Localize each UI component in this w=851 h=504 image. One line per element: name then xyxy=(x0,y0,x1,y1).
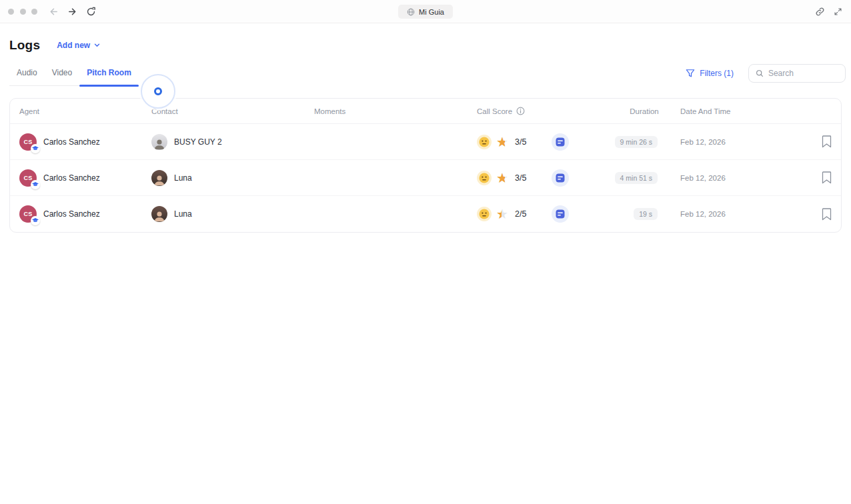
agent-name: Carlos Sanchez xyxy=(43,209,100,219)
window-maximize-button[interactable] xyxy=(31,9,37,15)
address-bar[interactable]: Mi Guia xyxy=(398,5,453,19)
star-icon: ★★ xyxy=(496,135,510,149)
column-header-agent: Agent xyxy=(19,107,151,115)
back-button[interactable] xyxy=(49,7,59,17)
graduation-cap-icon xyxy=(31,180,40,189)
contact-avatar xyxy=(151,206,167,222)
page-title: Logs xyxy=(9,38,40,53)
logs-table: Agent Contact Moments Call Score Duratio… xyxy=(9,98,842,233)
neutral-face-icon xyxy=(477,135,492,149)
agent-avatar: CS xyxy=(19,205,37,223)
bookmark-button[interactable] xyxy=(822,171,832,184)
link-icon xyxy=(815,7,825,17)
tab-video[interactable]: Video xyxy=(45,64,79,85)
transcript-button[interactable] xyxy=(552,205,569,223)
add-new-button[interactable]: Add new xyxy=(57,41,100,50)
duration-badge: 19 s xyxy=(634,208,658,220)
chat-icon xyxy=(552,205,569,223)
reload-icon xyxy=(86,7,96,17)
bookmark-icon xyxy=(822,171,832,184)
page-content: Logs Add new Audio Video Pitch Room Filt… xyxy=(0,23,851,504)
reload-button[interactable] xyxy=(86,7,96,17)
column-header-call-score: Call Score xyxy=(477,107,512,115)
table-row[interactable]: CS Carlos Sanchez Luna ★★ 2/5 19 s Feb 1… xyxy=(10,196,841,232)
column-header-contact: Contact xyxy=(151,107,314,115)
column-header-duration: Duration xyxy=(618,107,671,115)
search-icon xyxy=(756,69,764,78)
window-minimize-button[interactable] xyxy=(20,9,26,15)
forward-button[interactable] xyxy=(67,7,77,17)
search-box xyxy=(748,64,846,83)
globe-icon xyxy=(407,8,415,16)
agent-name: Carlos Sanchez xyxy=(43,173,100,183)
bookmark-button[interactable] xyxy=(822,208,832,221)
tab-bar: Audio Video Pitch Room xyxy=(9,64,139,86)
graduation-cap-icon xyxy=(31,144,40,153)
duration-badge: 9 min 26 s xyxy=(615,136,658,148)
column-header-date: Date And Time xyxy=(671,107,771,115)
date-text: Feb 12, 2026 xyxy=(671,138,771,146)
bookmark-icon xyxy=(822,208,832,221)
contact-avatar xyxy=(151,170,167,186)
score-value: 3/5 xyxy=(515,137,526,147)
filter-funnel-icon xyxy=(686,69,695,78)
filters-label: Filters (1) xyxy=(700,69,734,78)
tab-pitch-room[interactable]: Pitch Room xyxy=(79,64,139,85)
date-text: Feb 12, 2026 xyxy=(671,174,771,182)
neutral-face-icon xyxy=(477,207,492,221)
tab-pitch-room-label: Pitch Room xyxy=(87,68,131,77)
neutral-face-icon xyxy=(477,171,492,185)
transcript-button[interactable] xyxy=(552,169,569,187)
back-arrow-icon xyxy=(49,7,59,17)
spinner-ring xyxy=(154,87,162,95)
browser-chrome: Mi Guia xyxy=(0,0,851,23)
agent-avatar: CS xyxy=(19,169,37,187)
contact-name: BUSY GUY 2 xyxy=(174,137,222,147)
contact-name: Luna xyxy=(174,173,192,183)
window-controls xyxy=(8,9,37,15)
chat-icon xyxy=(552,169,569,187)
duration-badge: 4 min 51 s xyxy=(615,172,658,184)
fullscreen-button[interactable] xyxy=(834,7,842,16)
expand-icon xyxy=(834,7,842,16)
agent-name: Carlos Sanchez xyxy=(43,137,100,147)
bookmark-button[interactable] xyxy=(822,135,832,148)
info-icon[interactable] xyxy=(516,107,525,115)
address-text: Mi Guia xyxy=(419,8,444,16)
copy-link-button[interactable] xyxy=(815,7,825,17)
search-input[interactable] xyxy=(768,69,838,78)
loading-spinner xyxy=(141,74,175,109)
tab-video-label: Video xyxy=(52,68,72,77)
star-icon: ★★ xyxy=(496,207,510,221)
date-text: Feb 12, 2026 xyxy=(671,210,771,218)
forward-arrow-icon xyxy=(67,7,77,17)
score-value: 2/5 xyxy=(515,209,526,219)
window-close-button[interactable] xyxy=(8,9,14,15)
table-row[interactable]: CS Carlos Sanchez Luna ★★ 3/5 4 min 51 s… xyxy=(10,160,841,196)
tab-audio-label: Audio xyxy=(17,68,37,77)
add-new-label: Add new xyxy=(57,41,90,50)
table-row[interactable]: CS Carlos Sanchez BUSY GUY 2 ★★ 3/5 9 mi… xyxy=(10,124,841,160)
contact-name: Luna xyxy=(174,209,192,219)
chevron-down-icon xyxy=(94,43,100,47)
graduation-cap-icon xyxy=(31,216,40,225)
column-header-moments: Moments xyxy=(314,107,477,115)
chat-icon xyxy=(552,133,569,151)
bookmark-icon xyxy=(822,135,832,148)
transcript-button[interactable] xyxy=(552,133,569,151)
contact-avatar xyxy=(151,134,167,150)
agent-avatar: CS xyxy=(19,133,37,151)
score-value: 3/5 xyxy=(515,173,526,183)
tab-audio[interactable]: Audio xyxy=(9,64,45,85)
star-icon: ★★ xyxy=(496,171,510,185)
table-header: Agent Contact Moments Call Score Duratio… xyxy=(10,99,841,124)
filters-button[interactable]: Filters (1) xyxy=(686,69,734,78)
